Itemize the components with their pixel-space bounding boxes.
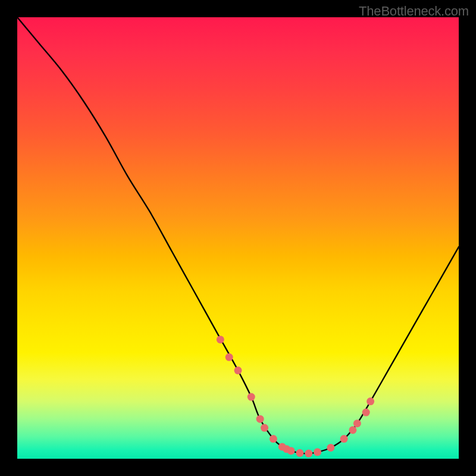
marker-dot — [362, 409, 370, 416]
marker-dot — [270, 435, 277, 443]
marker-dot — [353, 419, 361, 427]
marker-dot — [305, 450, 312, 458]
marker-dot — [327, 444, 334, 452]
chart-frame: TheBottleneck.com — [0, 0, 476, 476]
marker-dot — [256, 415, 264, 423]
marker-dot — [314, 448, 321, 456]
chart-svg — [17, 17, 459, 459]
marker-dot — [217, 336, 224, 343]
marker-dot — [234, 367, 242, 374]
marker-dot — [296, 449, 303, 457]
marker-dot — [367, 397, 374, 405]
marker-dot — [226, 353, 233, 361]
marker-dot — [261, 424, 268, 432]
bottleneck-curve-path — [17, 17, 459, 453]
marker-dot — [248, 393, 255, 401]
marker-dot — [340, 435, 348, 443]
marker-dot — [287, 447, 295, 455]
marker-dot — [349, 426, 356, 434]
marker-group — [217, 336, 374, 457]
plot-area — [17, 17, 459, 459]
